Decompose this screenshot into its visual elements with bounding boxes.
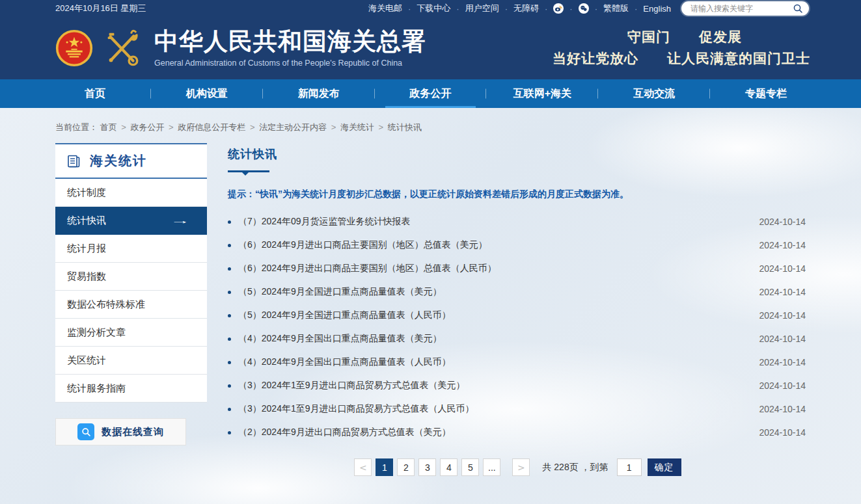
bullet-icon: [228, 291, 231, 294]
page-number-button[interactable]: 5: [461, 458, 479, 476]
language-link[interactable]: 繁體版: [603, 3, 643, 14]
news-link[interactable]: （5）2024年9月全国进口重点商品量值表（美元）: [238, 286, 746, 298]
search-icon[interactable]: [793, 3, 803, 14]
list-item: （2）2024年9月进出口商品贸易方式总值表（美元） 2024-10-14: [228, 421, 806, 444]
breadcrumb-link[interactable]: 政府信息公开专栏: [178, 122, 259, 132]
nav-item-label: 首页: [85, 87, 105, 101]
active-arrow-icon: [170, 215, 190, 226]
doc-icon: [66, 153, 81, 169]
breadcrumb-link[interactable]: 政务公开: [130, 122, 178, 132]
page-number-button[interactable]: ...: [483, 458, 500, 476]
bullet-icon: [228, 244, 231, 247]
list-item: （5）2024年9月全国进口重点商品量值表（美元） 2024-10-14: [228, 280, 806, 304]
list-item: （6）2024年9月进出口商品主要国别（地区）总值表（美元） 2024-10-1…: [228, 233, 806, 257]
customs-emblem-icon: [101, 28, 143, 68]
sidebar-item[interactable]: 数据公布特殊标准: [55, 291, 207, 319]
slogan-line-2: 当好让党放心 让人民满意的国门卫士: [553, 48, 810, 70]
list-item: （3）2024年1至9月进出口商品贸易方式总值表（人民币） 2024-10-14: [228, 397, 806, 421]
weibo-icon[interactable]: [553, 3, 578, 14]
main-nav: 首页 机构设置 新闻发布 政务公开 互联网+海关 互动交流 专题专栏: [0, 79, 861, 108]
topbar-link[interactable]: 海关电邮: [368, 3, 417, 14]
data-query-button[interactable]: 数据在线查询: [55, 418, 186, 445]
topbar-link[interactable]: 用户空间: [465, 3, 513, 14]
sidebar-item-label: 统计月报: [67, 243, 106, 255]
news-link[interactable]: （4）2024年9月全国出口重点商品量值表（美元）: [238, 333, 746, 345]
nav-item[interactable]: 机构设置: [151, 79, 263, 108]
total-pages-text: 共 228页 ，到第: [542, 462, 608, 473]
news-link[interactable]: （6）2024年9月进出口商品主要国别（地区）总值表（美元）: [238, 239, 746, 251]
topbar-link[interactable]: 无障碍: [513, 3, 553, 14]
search-box: [681, 1, 809, 16]
bullet-icon: [228, 314, 231, 317]
slogan-line-1: 守国门 促发展: [553, 27, 810, 48]
sidebar-item[interactable]: 统计制度: [55, 179, 207, 207]
page-number-button[interactable]: 1: [376, 458, 393, 476]
topbar-links: 海关电邮下载中心用户空间无障碍 繁體版English: [368, 1, 809, 16]
nav-item[interactable]: 首页: [39, 79, 151, 108]
breadcrumb: 当前位置： 首页政务公开政府信息公开专栏法定主动公开内容海关统计统计快讯: [55, 108, 806, 143]
sidebar-item-label: 统计制度: [67, 187, 106, 199]
page-number-button[interactable]: 2: [397, 458, 415, 476]
sidebar-item[interactable]: 统计服务指南: [55, 375, 207, 403]
sidebar-item-label: 监测分析文章: [67, 326, 126, 339]
news-date: 2024-10-14: [759, 334, 806, 344]
news-date: 2024-10-14: [759, 263, 806, 274]
nav-item[interactable]: 新闻发布: [263, 79, 375, 108]
breadcrumb-label: 当前位置：: [55, 122, 98, 132]
sidebar-item[interactable]: 统计快讯: [55, 207, 207, 235]
page-title: 统计快讯: [228, 146, 806, 162]
breadcrumb-link[interactable]: 统计快讯: [388, 122, 422, 132]
site-title: 中华人民共和国海关总署: [154, 29, 426, 55]
sidebar: 海关统计 统计制度 统计快讯 统计月报 贸易: [55, 143, 207, 445]
breadcrumb-link[interactable]: 海关统计: [340, 122, 388, 132]
search-input[interactable]: [689, 3, 793, 14]
confirm-button[interactable]: 确定: [648, 458, 681, 476]
sidebar-title: 海关统计: [90, 152, 147, 170]
news-date: 2024-10-14: [759, 404, 806, 414]
news-date: 2024-10-14: [759, 310, 806, 321]
sidebar-header: 海关统计: [55, 143, 207, 179]
page-number-button[interactable]: 3: [418, 458, 436, 476]
topbar-link[interactable]: 下载中心: [417, 3, 465, 14]
nav-item-label: 互动交流: [633, 87, 675, 101]
bullet-icon: [228, 361, 231, 364]
sidebar-item[interactable]: 贸易指数: [55, 263, 207, 291]
nav-item[interactable]: 互动交流: [598, 79, 710, 108]
sidebar-item-label: 统计服务指南: [67, 382, 126, 395]
language-link[interactable]: English: [643, 4, 671, 14]
sidebar-item-label: 统计快讯: [67, 215, 106, 227]
news-link[interactable]: （7）2024年09月货运监管业务统计快报表: [238, 216, 746, 228]
sidebar-item-label: 关区统计: [67, 354, 106, 367]
next-page-button[interactable]: >: [512, 458, 530, 476]
sidebar-item[interactable]: 统计月报: [55, 235, 207, 263]
news-date: 2024-10-14: [759, 287, 806, 297]
page: 2024年10月16日 星期三 海关电邮下载中心用户空间无障碍 繁體版Engli…: [0, 0, 861, 504]
news-link[interactable]: （6）2024年9月进出口商品主要国别（地区）总值表（人民币）: [238, 263, 746, 274]
prev-page-button[interactable]: <: [354, 458, 372, 476]
news-link[interactable]: （3）2024年1至9月进出口商品贸易方式总值表（人民币）: [238, 403, 746, 415]
page-number-button[interactable]: 4: [440, 458, 458, 476]
magnifier-icon: [77, 423, 94, 440]
nav-item-label: 互联网+海关: [513, 87, 571, 101]
sidebar-menu: 统计制度 统计快讯 统计月报 贸易指数 数据公布特殊标准: [55, 179, 207, 403]
list-item: （3）2024年1至9月进出口商品贸易方式总值表（美元） 2024-10-14: [228, 374, 806, 397]
news-link[interactable]: （4）2024年9月全国出口重点商品量值表（人民币）: [238, 356, 746, 368]
news-link[interactable]: （5）2024年9月全国进口重点商品量值表（人民币）: [238, 310, 746, 321]
sidebar-item[interactable]: 关区统计: [55, 347, 207, 375]
list-item: （5）2024年9月全国进口重点商品量值表（人民币） 2024-10-14: [228, 304, 806, 327]
slogan: 守国门 促发展 当好让党放心 让人民满意的国门卫士: [553, 27, 810, 69]
site-subtitle: General Administration of Customs of the…: [154, 59, 426, 68]
sidebar-item-label: 数据公布特殊标准: [67, 298, 145, 311]
wechat-icon[interactable]: [579, 3, 603, 14]
news-link[interactable]: （3）2024年1至9月进出口商品贸易方式总值表（美元）: [238, 380, 746, 391]
nav-item[interactable]: 专题专栏: [710, 79, 822, 108]
columns: 海关统计 统计制度 统计快讯 统计月报 贸易: [55, 143, 806, 476]
jump-page-input[interactable]: [617, 458, 642, 476]
breadcrumb-link[interactable]: 首页: [100, 122, 131, 132]
nav-item[interactable]: 政务公开: [375, 79, 487, 108]
breadcrumb-link[interactable]: 法定主动公开内容: [259, 122, 340, 132]
sidebar-item[interactable]: 监测分析文章: [55, 319, 207, 347]
nav-item[interactable]: 互联网+海关: [486, 79, 598, 108]
nav-item-label: 政务公开: [410, 87, 452, 101]
news-link[interactable]: （2）2024年9月进出口商品贸易方式总值表（美元）: [238, 427, 746, 438]
